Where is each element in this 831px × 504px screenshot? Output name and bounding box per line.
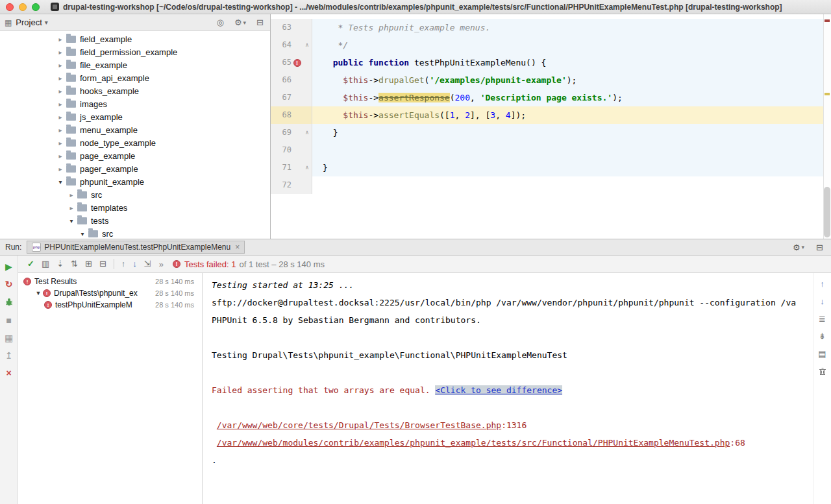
previous-failed-test-icon[interactable]: ↑ bbox=[121, 259, 126, 269]
close-tab-icon[interactable]: × bbox=[235, 243, 240, 252]
code-line[interactable]: 66 $this->drupalGet('/examples/phpunit-e… bbox=[271, 71, 831, 89]
close-window-button[interactable] bbox=[6, 3, 14, 11]
hide-run-panel-icon[interactable]: ⊟ bbox=[816, 243, 823, 252]
sort-by-duration-icon[interactable]: ⇣ bbox=[56, 259, 64, 269]
close-run-icon[interactable]: × bbox=[6, 368, 11, 378]
rerun-failed-tests-icon[interactable]: ↻ bbox=[5, 280, 13, 289]
chevron-down-icon[interactable]: ▾ bbox=[45, 19, 48, 26]
down-stacktrace-icon[interactable]: ↓ bbox=[820, 297, 825, 306]
project-tree-item[interactable]: ▸file_example bbox=[0, 58, 270, 71]
minimize-window-button[interactable] bbox=[19, 3, 27, 11]
project-tree-item[interactable]: ▸menu_example bbox=[0, 123, 270, 136]
code-token bbox=[323, 58, 333, 67]
expand-all-icon[interactable]: ⊞ bbox=[85, 259, 92, 269]
test-tree-row[interactable]: !Test Results28 s 140 ms bbox=[18, 276, 202, 287]
show-console-icon[interactable]: ▥ bbox=[42, 259, 49, 269]
print-icon[interactable]: ▤ bbox=[818, 350, 826, 359]
error-stripe-mark[interactable] bbox=[825, 19, 830, 22]
stop-icon[interactable]: ■ bbox=[6, 316, 11, 325]
chevron-down-icon[interactable]: ▾ bbox=[67, 217, 76, 224]
chevron-right-icon[interactable]: ▸ bbox=[56, 88, 65, 95]
chevron-right-icon[interactable]: ▸ bbox=[56, 36, 65, 43]
collapse-all-icon[interactable]: ⊟ bbox=[99, 259, 106, 269]
chevron-right-icon[interactable]: ▸ bbox=[56, 139, 65, 147]
show-ignored-icon[interactable]: ↥ bbox=[5, 351, 13, 360]
scroll-to-end-icon[interactable]: ⇟ bbox=[819, 332, 826, 341]
chevron-down-icon[interactable]: ▾ bbox=[56, 178, 65, 186]
project-tree-item[interactable]: ▾phpunit_example bbox=[0, 175, 270, 188]
export-test-results-icon[interactable]: ⇲ bbox=[144, 259, 151, 269]
locate-file-icon[interactable]: ◎ bbox=[217, 18, 224, 27]
restore-layout-icon[interactable]: ▦ bbox=[5, 333, 13, 342]
rerun-icon[interactable]: ▶ bbox=[5, 262, 12, 271]
folder-name: field_permission_example bbox=[80, 47, 177, 57]
debug-bug-icon[interactable] bbox=[5, 297, 14, 307]
run-tab[interactable]: php PHPUnitExampleMenuTest.testPhpUnitEx… bbox=[27, 241, 245, 254]
test-failed-gutter-icon[interactable]: ! bbox=[293, 59, 301, 67]
chevron-down-icon[interactable]: ▼ bbox=[34, 290, 43, 296]
chevron-right-icon[interactable]: ▸ bbox=[56, 62, 65, 69]
hide-panel-icon[interactable]: ⊟ bbox=[256, 18, 264, 27]
project-tree-item[interactable]: ▸templates bbox=[0, 201, 270, 214]
project-tree-item[interactable]: ▸field_example bbox=[0, 32, 270, 45]
error-stripe[interactable] bbox=[823, 14, 831, 239]
project-tree-item[interactable]: ▸pager_example bbox=[0, 162, 270, 175]
chevron-right-icon[interactable]: ▸ bbox=[56, 114, 65, 121]
chevron-right-icon[interactable]: ▸ bbox=[56, 152, 65, 160]
chevron-right-icon[interactable]: ▸ bbox=[56, 101, 65, 108]
code-line[interactable]: 64∧ */ bbox=[271, 36, 831, 54]
fold-icon[interactable]: ∧ bbox=[303, 124, 312, 141]
show-passed-icon[interactable]: ✓ bbox=[27, 259, 34, 269]
chevron-right-icon[interactable]: ▸ bbox=[56, 126, 65, 134]
chevron-right-icon[interactable]: ▸ bbox=[56, 75, 65, 82]
soft-wrap-icon[interactable]: ≣ bbox=[819, 315, 826, 324]
project-tree-item[interactable]: ▸form_api_example bbox=[0, 71, 270, 84]
clear-console-icon[interactable] bbox=[819, 367, 826, 378]
project-tree-item[interactable]: ▸js_example bbox=[0, 110, 270, 123]
project-tree-item[interactable]: ▸src bbox=[0, 188, 270, 201]
project-tree-item[interactable]: ▸node_type_example bbox=[0, 136, 270, 149]
chevron-right-icon[interactable]: ▸ bbox=[56, 49, 65, 56]
fold-icon[interactable]: ∧ bbox=[303, 159, 312, 176]
project-panel-title[interactable]: Project bbox=[16, 18, 42, 27]
view-difference-link[interactable]: <Click to see difference> bbox=[435, 385, 562, 395]
project-tree-item[interactable]: ▸hooks_example bbox=[0, 84, 270, 97]
editor[interactable]: 63 * Tests phpunit_example menus.64∧ */6… bbox=[271, 14, 831, 239]
editor-scrollbar-thumb[interactable] bbox=[824, 187, 830, 237]
project-panel-actions: ◎ ⚙▾ ⊟ bbox=[217, 18, 264, 27]
zoom-window-button[interactable] bbox=[32, 3, 40, 11]
sort-alphabetically-icon[interactable]: ⇅ bbox=[71, 259, 78, 269]
code-line[interactable]: 65! public function testPhpUnitExampleMe… bbox=[271, 54, 831, 71]
chevron-right-icon[interactable]: ▸ bbox=[67, 191, 76, 198]
project-tree-item[interactable]: ▸field_permission_example bbox=[0, 45, 270, 58]
code-line[interactable]: 69∧ } bbox=[271, 124, 831, 141]
test-failed-icon: ! bbox=[44, 301, 52, 309]
run-settings-gear-icon[interactable]: ⚙▾ bbox=[793, 243, 804, 252]
up-stacktrace-icon[interactable]: ↑ bbox=[820, 280, 825, 289]
project-tree-item[interactable]: ▸images bbox=[0, 97, 270, 110]
console-line bbox=[212, 329, 813, 346]
more-actions-icon[interactable]: » bbox=[159, 259, 164, 269]
project-tree-item[interactable]: ▾src bbox=[0, 227, 270, 239]
code-line[interactable]: 71∧} bbox=[271, 159, 831, 176]
code-line[interactable]: 67 $this->assertResponse(200, 'Descripti… bbox=[271, 89, 831, 106]
test-tree-row[interactable]: ▼!Drupal\Tests\phpunit_ex28 s 140 ms bbox=[18, 287, 202, 299]
fold-icon[interactable]: ∧ bbox=[303, 36, 312, 54]
chevron-right-icon[interactable]: ▸ bbox=[67, 204, 76, 211]
next-failed-test-icon[interactable]: ↓ bbox=[132, 259, 137, 269]
file-link[interactable]: /var/www/web/core/tests/Drupal/Tests/Bro… bbox=[217, 420, 501, 430]
project-tree-item[interactable]: ▸page_example bbox=[0, 149, 270, 162]
file-link[interactable]: /var/www/web/modules/contrib/examples/ph… bbox=[217, 438, 730, 448]
test-console[interactable]: Testing started at 13:25 ...sftp://docke… bbox=[203, 273, 813, 504]
chevron-down-icon[interactable]: ▾ bbox=[78, 230, 87, 237]
project-tree-item[interactable]: ▾tests bbox=[0, 214, 270, 227]
code-line[interactable]: 63 * Tests phpunit_example menus. bbox=[271, 19, 831, 36]
test-tree-row[interactable]: !testPhpUnitExampleM28 s 140 ms bbox=[18, 299, 202, 311]
chevron-right-icon[interactable]: ▸ bbox=[56, 165, 65, 173]
warning-stripe-mark[interactable] bbox=[825, 93, 830, 95]
code-line[interactable]: 72 bbox=[271, 176, 831, 194]
gutter: 68 bbox=[271, 106, 312, 124]
project-settings-icon[interactable]: ⚙▾ bbox=[234, 18, 246, 27]
code-line[interactable]: 70 bbox=[271, 141, 831, 159]
code-line[interactable]: 68 $this->assertEquals([1, 2], [3, 4]); bbox=[271, 106, 831, 124]
